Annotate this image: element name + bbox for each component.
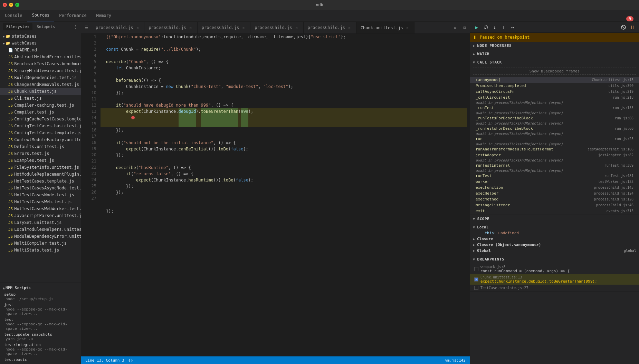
tree-item-cli[interactable]: JS Cli.test.js — [0, 95, 81, 102]
tab-close-button[interactable]: ✕ — [135, 25, 140, 30]
tree-item-hottestasync[interactable]: JS HotTestCasesAsyncNode.test.js — [0, 185, 81, 191]
tab-more-button[interactable]: » — [451, 25, 459, 30]
section-header-scope[interactable]: ▼ Scope — [470, 215, 639, 223]
breakpoint-item-chunk[interactable]: ✓ Chunk.unittest.js:13 expect(ChunkInsta… — [470, 274, 639, 285]
tree-item-abstractmethoderror[interactable]: JS AbstractMethodError.unittest.js — [0, 53, 81, 60]
show-blackboxed-button[interactable]: Show blackboxed frames — [473, 68, 636, 75]
scope-item-this[interactable]: this: undefined — [470, 230, 639, 236]
file-tab-processchild2[interactable]: processChild.js ✕ — [144, 22, 197, 33]
tab-panel-toggle[interactable]: ☰ — [81, 25, 92, 30]
call-stack-item[interactable]: runTest runTest.js:481 — [470, 173, 639, 179]
tree-item-compiler[interactable]: JS Compiler.test.js — [0, 109, 81, 116]
npm-script-test-basic[interactable]: test:basic — [0, 357, 81, 363]
maximize-button[interactable]: □ — [15, 3, 19, 7]
call-stack-item[interactable]: execFunction processChild.js:145 — [470, 185, 639, 190]
file-tab-processchild5[interactable]: processChild.js ✕ — [304, 22, 356, 33]
bp-checkbox[interactable] — [474, 286, 478, 290]
call-stack-item[interactable]: worker testWorker.js:133 — [470, 179, 639, 185]
call-stack-item[interactable]: (anonymous) Chunk.unittest.js:13 — [470, 77, 639, 83]
breakpoint-item-webpack[interactable]: webpack.js:8 const runCommand = (command… — [470, 264, 639, 274]
tab-close-button[interactable]: ✕ — [188, 25, 193, 30]
tree-item-configtestcasesbasic[interactable]: JS ConfigTestCases.basictest.js — [0, 122, 81, 129]
tree-item-benchmarktestcases[interactable]: JS BenchmarkTestCases.benchmark.js — [0, 60, 81, 67]
tree-item-multicompiler[interactable]: JS MultiCompiler.test.js — [0, 240, 81, 247]
section-header-breakpoints[interactable]: ▼ Breakpoints — [470, 255, 639, 263]
tree-item-statsСases[interactable]: ▶ 📁 statsСases — [0, 33, 81, 40]
tree-item-lazyset[interactable]: JS LazySet.unittest.js — [0, 219, 81, 226]
close-button[interactable]: ✕ — [3, 3, 7, 7]
file-tab-processchild4[interactable]: processChild.js ✕ — [250, 22, 303, 33]
tab-collapse-button[interactable]: ⊟ — [459, 25, 470, 30]
bp-checkbox[interactable] — [474, 267, 478, 271]
call-stack-item[interactable]: execHelper processChild.js:124 — [470, 190, 639, 196]
debug-stepback-button[interactable]: ↔ — [509, 23, 516, 31]
file-tab-processchild1[interactable]: processChild.js ✕ — [92, 22, 144, 33]
scope-closure-header[interactable]: ▶ Closure — [470, 236, 639, 242]
breakpoint-item-testcase[interactable]: TestCase.template.js:27 — [470, 285, 639, 291]
tab-sources[interactable]: Sources — [27, 10, 55, 21]
tree-item-localmodules[interactable]: JS LocalModulesHelpers.unittest.js — [0, 226, 81, 233]
tree-item-configtestcasestemplate[interactable]: JS ConfigTestCases.template.js — [0, 129, 81, 136]
npm-script-setup[interactable]: setup node ./setup/setup.js — [0, 292, 81, 302]
bp-checkbox[interactable]: ✓ — [474, 277, 478, 282]
tree-item-configcachetestcases[interactable]: JS ConfigCacheTestCases.longtest.js — [0, 116, 81, 122]
tree-item-builddependencies[interactable]: JS BuildDependencies.test.js — [0, 74, 81, 81]
call-stack-item[interactable]: _runTestsForDescribeBlock run.js:66 — [470, 115, 639, 121]
call-stack-item[interactable]: _callCircusTest run.js:218 — [470, 95, 639, 100]
debug-stepover-button[interactable] — [482, 23, 489, 31]
tree-item-defaults[interactable]: JS Defaults.unittest.js — [0, 143, 81, 150]
sidebar-tab-filesystem[interactable]: Filesystem — [3, 23, 32, 30]
call-stack-item[interactable]: _runTest run.js:155 — [470, 105, 639, 111]
npm-script-test-update[interactable]: test:update-snapshots yarn jest -u — [0, 332, 81, 342]
call-stack-item[interactable]: _runTestsForDescribeBlock run.js:60 — [470, 126, 639, 131]
npm-scripts-header[interactable]: ▲ NPM Scripts — [0, 284, 81, 292]
tab-close-button[interactable]: ✕ — [294, 25, 299, 30]
tree-item-multistats[interactable]: JS MultiStats.test.js — [0, 247, 81, 254]
call-stack-item[interactable]: runAndTransformResultsToJestFormat jestA… — [470, 146, 639, 152]
section-header-callstack[interactable]: ▼ Call Stack — [470, 58, 639, 66]
window-controls[interactable]: ✕ ─ □ — [3, 3, 19, 7]
file-tab-processchild3[interactable]: processChild.js ✕ — [198, 22, 250, 33]
tree-item-hotmodule[interactable]: JS HotModuleReplacementPlugin.test — [0, 171, 81, 178]
npm-script-test[interactable]: test node --expose-gc --max-old-space-si… — [0, 317, 81, 332]
tree-item-moduledep[interactable]: JS ModuleDependencyError.unittest.js — [0, 233, 81, 240]
call-stack-item[interactable]: execMethod processChild.js:128 — [470, 196, 639, 202]
tree-item-hottestwebworker[interactable]: JS HotTestCasesWebWorker.test.js — [0, 205, 81, 212]
tree-item-filesysteminfo[interactable]: JS FileSystemInfo.unittest.js — [0, 164, 81, 171]
tree-item-javascriptparser[interactable]: JS JavascriptParser.unittest.js — [0, 212, 81, 219]
section-header-watch[interactable]: ▶ Watch — [470, 50, 639, 58]
tree-item-hottemplate[interactable]: JS HotTestCases.template.js — [0, 178, 81, 185]
call-stack-item[interactable]: jestAdapter jestAdapter.js:82 — [470, 152, 639, 158]
file-tab-chunk[interactable]: Chunk.unittest.js ✕ — [356, 22, 414, 33]
sidebar-menu-button[interactable]: ⋮ — [73, 24, 78, 30]
error-badge[interactable]: 9 — [626, 16, 633, 21]
tree-item-examples[interactable]: JS Examples.test.js — [0, 157, 81, 164]
npm-script-jest[interactable]: jest node --expose-gc --max-old-space-si… — [0, 302, 81, 317]
tab-memory[interactable]: Memory — [92, 10, 116, 21]
npm-script-test-integration[interactable]: test:integration node --expose-gc --max-… — [0, 342, 81, 357]
call-stack-item[interactable]: runTestInternal runTest.js:389 — [470, 163, 639, 168]
scope-closure2-header[interactable]: ▶ Closure (Object.<anonymous>) — [470, 242, 639, 248]
scope-global-header[interactable]: ▶ Global global — [470, 248, 639, 254]
call-stack-item[interactable]: messageListener processChild.js:46 — [470, 202, 639, 208]
code-content[interactable]: ({"Object.<anonymous>":function(module,e… — [98, 34, 470, 356]
call-stack-item[interactable]: run run.js:25 — [470, 136, 639, 142]
minimize-button[interactable]: ─ — [9, 3, 13, 7]
tree-item-binarymiddleware[interactable]: JS BinaryMiddleware.unittest.js — [0, 67, 81, 74]
tree-item-contextmodule[interactable]: JS ContextModuleFactory.unittest.js — [0, 136, 81, 143]
tree-item-hottestweb[interactable]: JS HotTestCasesWeb.test.js — [0, 198, 81, 205]
debug-stepinto-button[interactable]: ↓ — [491, 23, 498, 31]
tab-close-button[interactable]: ✕ — [405, 26, 410, 30]
tree-item-changesandremovals[interactable]: JS ChangesAndRemovals.test.js — [0, 81, 81, 88]
call-stack-item[interactable]: emit events.js:315 — [470, 208, 639, 214]
tree-item-compilercaching[interactable]: JS Compiler-caching.test.js — [0, 102, 81, 109]
debug-pause-exception-button[interactable]: ⏸ — [629, 23, 636, 31]
tree-item-chunk[interactable]: JS Chunk.unittest.js — [0, 88, 81, 95]
debug-deactivate-button[interactable] — [620, 23, 627, 31]
tree-item-hottestnode[interactable]: JS HotTestCasesNode.test.js — [0, 191, 81, 198]
scope-local-header[interactable]: ▼ Local — [470, 224, 639, 230]
tree-item-errors[interactable]: JS Errors.test.js — [0, 150, 81, 157]
tab-close-button[interactable]: ✕ — [347, 25, 352, 30]
debug-stepout-button[interactable]: ↑ — [500, 23, 507, 31]
call-stack-item[interactable]: Promise.then.completed utils.js:390 — [470, 83, 639, 89]
